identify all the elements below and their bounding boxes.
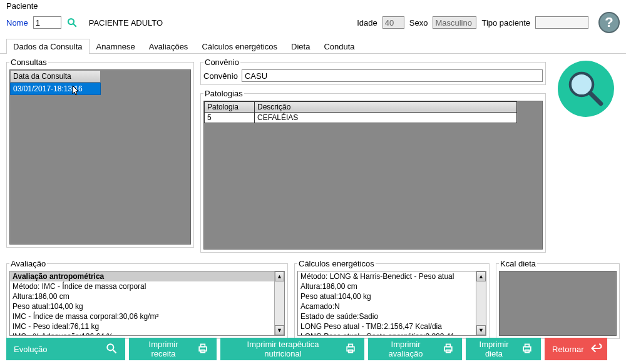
- list-item: Acamado:N: [298, 301, 486, 311]
- magnifier-icon: [564, 67, 608, 111]
- evolucao-button[interactable]: Evolução: [6, 338, 125, 360]
- svg-line-3: [590, 93, 601, 104]
- imprimir-avaliacao-button[interactable]: Imprimir avaliação: [368, 338, 462, 360]
- list-item: Altura:186,00 cm: [10, 291, 284, 301]
- list-item: Método: LONG & Harris-Benedict - Peso at…: [298, 271, 486, 281]
- consultas-list[interactable]: Data da Consulta 03/01/2017-18:13:16: [9, 69, 191, 245]
- nome-input[interactable]: [33, 16, 61, 29]
- patologia-row[interactable]: 5 CEFALÉIAS: [205, 113, 517, 123]
- search-icon: [105, 342, 118, 356]
- patologia-col-header[interactable]: Patologia: [205, 102, 255, 113]
- tipo-label: Tipo paciente: [481, 18, 530, 28]
- convenio-label: Convênio: [203, 71, 238, 81]
- kcal-list[interactable]: [499, 271, 617, 336]
- list-item: IMC - Peso ideal:76,11 kg: [10, 321, 284, 331]
- imprimir-terapeutica-button[interactable]: Imprimir terapêutica nutricional: [220, 338, 364, 360]
- list-item: LONG Peso atual - TMB:2.156,47 Kcal/dia: [298, 321, 486, 331]
- consultas-list-header[interactable]: Data da Consulta: [10, 70, 101, 83]
- help-button[interactable]: ?: [598, 12, 620, 33]
- svg-rect-13: [446, 344, 451, 346]
- button-label: Imprimir dieta: [473, 340, 515, 358]
- calculos-legend: Cálculos energéticos: [297, 259, 376, 268]
- convenio-legend: Convênio: [203, 58, 240, 67]
- svg-point-4: [107, 344, 113, 350]
- tab-dieta[interactable]: Dieta: [284, 39, 317, 54]
- avaliacao-header: Avaliação antropométrica: [10, 271, 284, 281]
- printer-icon: [442, 342, 454, 356]
- sexo-label: Sexo: [409, 18, 428, 28]
- button-label: Imprimir avaliação: [376, 340, 436, 358]
- list-item: Peso atual:104,00 kg: [298, 291, 486, 301]
- question-icon: ?: [605, 14, 613, 31]
- nome-label: Nome: [6, 18, 28, 28]
- consultas-legend: Consultas: [9, 58, 48, 67]
- imprimir-receita-button[interactable]: Imprimir receita: [129, 338, 217, 360]
- scroll-up-arrow-icon[interactable]: ▲: [476, 271, 486, 281]
- list-item: Método: IMC - Índice de massa corporal: [10, 281, 284, 291]
- list-item: Estado de saúde:Sadio: [298, 311, 486, 321]
- printer-icon: [521, 342, 533, 356]
- back-arrow-icon: [590, 342, 603, 356]
- sexo-input: [433, 16, 476, 29]
- list-item: Altura:186,00 cm: [298, 281, 486, 291]
- svg-point-0: [68, 19, 74, 24]
- button-label: Retornar: [552, 345, 584, 354]
- patient-section-label: Paciente: [6, 1, 620, 11]
- idade-label: Idade: [357, 18, 377, 28]
- tab-avaliacoes[interactable]: Avaliações: [142, 39, 195, 54]
- tab-calculos[interactable]: Cálculos energéticos: [195, 39, 284, 54]
- scrollbar[interactable]: ▲ ▼: [476, 271, 486, 335]
- button-label: Imprimir receita: [136, 340, 190, 358]
- button-label: Evolução: [14, 345, 47, 354]
- button-label: Imprimir terapêutica nutricional: [228, 340, 338, 358]
- idade-input: [382, 16, 404, 29]
- svg-line-5: [113, 350, 116, 353]
- patient-display-name: PACIENTE ADULTO: [89, 18, 163, 28]
- scrollbar[interactable]: ▲ ▼: [274, 271, 284, 335]
- descricao-col-header[interactable]: Descrição: [255, 102, 517, 113]
- svg-rect-7: [201, 344, 205, 346]
- tab-anamnese[interactable]: Anamnese: [90, 39, 142, 54]
- list-item: IMC - Índice de massa corporal:30,06 kg/…: [10, 311, 284, 321]
- svg-rect-10: [349, 344, 353, 346]
- svg-line-1: [73, 24, 76, 27]
- consulta-item-text: 03/01/2017-18:13:16: [13, 84, 83, 93]
- tipo-paciente-input: [535, 16, 588, 29]
- tab-conduta[interactable]: Conduta: [317, 39, 361, 54]
- avaliacao-legend: Avaliação: [9, 259, 47, 268]
- imprimir-dieta-button[interactable]: Imprimir dieta: [466, 338, 541, 360]
- retornar-button[interactable]: Retornar: [545, 338, 607, 360]
- patologias-legend: Patologias: [203, 89, 244, 98]
- search-icon[interactable]: [66, 17, 78, 28]
- patologia-cell: 5: [205, 113, 255, 123]
- big-search-button[interactable]: [558, 61, 614, 117]
- list-item: Peso atual:104,00 kg: [10, 301, 284, 311]
- patologias-list[interactable]: Patologia Descrição 5 CEFALÉIAS: [203, 101, 543, 250]
- consulta-list-item[interactable]: 03/01/2017-18:13:16: [10, 83, 101, 95]
- avaliacao-list[interactable]: Avaliação antropométrica Método: IMC - Í…: [9, 271, 285, 336]
- printer-icon: [197, 342, 209, 356]
- descricao-cell: CEFALÉIAS: [255, 113, 517, 123]
- convenio-input[interactable]: [242, 69, 543, 82]
- calculos-list[interactable]: Método: LONG & Harris-Benedict - Peso at…: [297, 271, 486, 336]
- scroll-up-arrow-icon[interactable]: ▲: [275, 271, 284, 281]
- kcal-legend: Kcal dieta: [499, 259, 537, 268]
- svg-rect-16: [525, 344, 530, 346]
- tab-dados-consulta[interactable]: Dados da Consulta: [6, 39, 90, 54]
- printer-icon: [344, 342, 357, 356]
